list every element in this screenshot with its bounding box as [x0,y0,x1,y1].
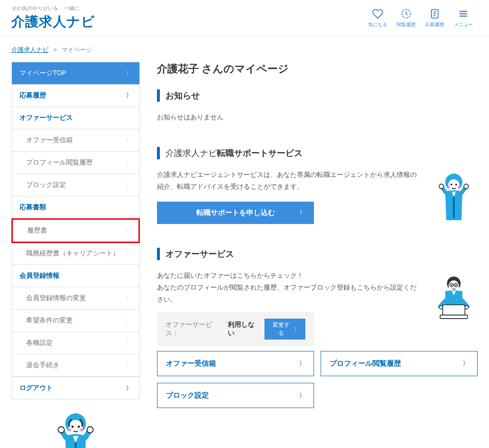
support-section: 介護求人ナビ転職サポートサービス 介護求人ナビエージェントサービスは、あなた専属… [157,147,478,224]
offer-illustration [430,270,478,324]
section-title-bold: 転職サポートサービス [217,148,303,158]
sidebar-label: 応募履歴 [20,91,46,100]
svg-point-24 [455,184,457,185]
breadcrumb-home[interactable]: 介護求人ナビ [11,46,49,53]
svg-point-39 [439,305,442,309]
sidebar-label: 職務経歴書（キャリアシート） [26,249,119,258]
offer-inbox-link[interactable]: オファー受信箱 〉 [157,351,314,376]
chevron-right-icon: 〉 [125,227,131,235]
svg-point-28 [464,184,469,189]
sidebar-item-settings[interactable]: 各種設定 〉 [12,332,139,354]
sidebar-label: 希望条件の変更 [26,316,73,325]
change-offer-button[interactable]: 変更する 〉 [264,319,305,340]
svg-point-27 [439,184,444,189]
chevron-right-icon: 〉 [126,384,132,392]
chevron-right-icon: 〉 [126,69,132,78]
svg-rect-38 [440,315,468,318]
button-label: 転職サポートを申し込む [196,208,275,217]
sidebar-item-preferences-edit[interactable]: 希望条件の変更 〉 [12,310,139,332]
document-icon [429,8,440,19]
svg-point-23 [450,184,452,185]
nav-label: 気になる [368,21,387,28]
profile-history-link[interactable]: プロフィール閲覧履歴 〉 [321,351,478,376]
sidebar-label: 会員登録情報 [20,272,59,280]
svg-point-36 [455,284,457,286]
section-title: オファーサービス [166,248,234,260]
offer-status-box: オファーサービス： 利用しない 変更する 〉 [157,312,314,346]
breadcrumb-current: マイページ [61,46,92,53]
chevron-right-icon: 〉 [463,360,469,368]
button-label: 変更する [270,321,292,337]
support-illustration [430,169,478,223]
svg-point-25 [448,186,450,188]
sidebar-label: 応募書類 [20,203,46,212]
sidebar-item-block-settings[interactable]: ブロック設定 〉 [12,174,139,196]
svg-point-11 [78,426,79,428]
sidebar-label: 退会手続き [26,361,59,370]
svg-point-15 [87,427,93,433]
sidebar-item-offer-service[interactable]: オファーサービス [12,107,139,129]
block-settings-link[interactable]: ブロック設定 〉 [157,383,314,408]
sidebar-item-applications[interactable]: 応募履歴 〉 [12,85,139,107]
section-bar-icon [157,248,160,260]
chevron-right-icon: 〉 [126,250,132,258]
sidebar-label: 履歴書 [27,226,47,235]
sidebar-item-logout[interactable]: ログアウト 〉 [12,377,139,399]
offer-desc-1: あなたに届いたオファーはこちらからチェック！ [157,270,421,282]
nav-label: 応募履歴 [425,21,444,28]
chevron-right-icon: 〉 [299,360,305,368]
section-bar-icon [157,147,160,159]
chevron-right-icon: 〉 [126,317,132,325]
chevron-right-icon: 〉 [126,136,132,145]
sidebar-item-withdraw[interactable]: 退会手続き 〉 [12,354,139,377]
offer-links: オファー受信箱 〉 プロフィール閲覧履歴 〉 ブロック設定 〉 [157,351,478,408]
offer-status-label: オファーサービス： [166,321,223,338]
sidebar-label: ブロック設定 [26,181,66,189]
sidebar-label: マイページTOP [20,69,67,78]
sidebar-label: 会員登録情報の変更 [26,294,86,302]
tagline: その先のやりがいを、一緒に [11,5,95,12]
nav-applications[interactable]: 応募履歴 [421,6,449,30]
logo-area[interactable]: その先のやりがいを、一緒に 介護求人ナビ [11,5,95,31]
sidebar: マイページTOP 〉 応募履歴 〉 オファーサービス オファー受信箱 〉 プロフ… [11,62,140,448]
side-nav: マイページTOP 〉 応募履歴 〉 オファーサービス オファー受信箱 〉 プロフ… [11,62,140,399]
link-label: ブロック設定 [166,391,209,400]
sidebar-item-top[interactable]: マイページTOP 〉 [12,62,139,85]
header: その先のやりがいを、一緒に 介護求人ナビ 気になる 閲覧履歴 応募履歴 メニュー [0,0,489,36]
sidebar-label: プロフィール閲覧履歴 [26,158,93,167]
sidebar-item-account-info[interactable]: 会員登録情報 [12,265,139,287]
sidebar-item-resume[interactable]: 履歴書 〉 [11,218,140,243]
chevron-right-icon: 〉 [294,325,300,333]
breadcrumb: 介護求人ナビ > マイページ [0,36,489,62]
chevron-right-icon: 〉 [126,92,132,100]
svg-point-12 [68,428,72,431]
sidebar-illustration [11,399,140,448]
nav-favorites[interactable]: 気になる [363,6,392,30]
news-empty: お知らせはありません [157,111,478,123]
sidebar-label: ログアウト [20,384,53,392]
menu-icon [458,8,469,19]
apply-support-button[interactable]: 転職サポートを申し込む 〉 [157,202,314,224]
main-content: 介護花子 さんのマイページ お知らせ お知らせはありません 介護求人ナビ転職サポ… [157,62,478,448]
woman-agent-icon [432,169,475,221]
sidebar-item-documents[interactable]: 応募書類 [12,196,139,219]
offer-status-value: 利用しない [228,321,260,338]
nav-label: 閲覧履歴 [397,21,416,28]
section-title-light: 介護求人ナビ [166,148,217,158]
sidebar-item-career-sheet[interactable]: 職務経歴書（キャリアシート） 〉 [12,243,139,265]
section-title: 介護求人ナビ転職サポートサービス [166,147,303,159]
sidebar-label: 各種設定 [26,339,53,347]
news-section: お知らせ お知らせはありません [157,89,478,123]
sidebar-item-account-edit[interactable]: 会員登録情報の変更 〉 [12,287,139,310]
chevron-right-icon: 〉 [126,361,132,370]
nav-history[interactable]: 閲覧履歴 [392,6,421,30]
sidebar-item-offer-inbox[interactable]: オファー受信箱 〉 [12,129,139,152]
breadcrumb-separator: > [53,46,57,53]
sidebar-label: オファー受信箱 [26,136,73,145]
woman-cheering-icon [49,407,102,448]
sidebar-item-profile-history[interactable]: プロフィール閲覧履歴 〉 [12,152,139,174]
svg-point-22 [448,179,460,192]
heart-icon [372,8,383,19]
chevron-right-icon: 〉 [126,339,132,347]
nav-menu[interactable]: メニュー [449,6,478,30]
